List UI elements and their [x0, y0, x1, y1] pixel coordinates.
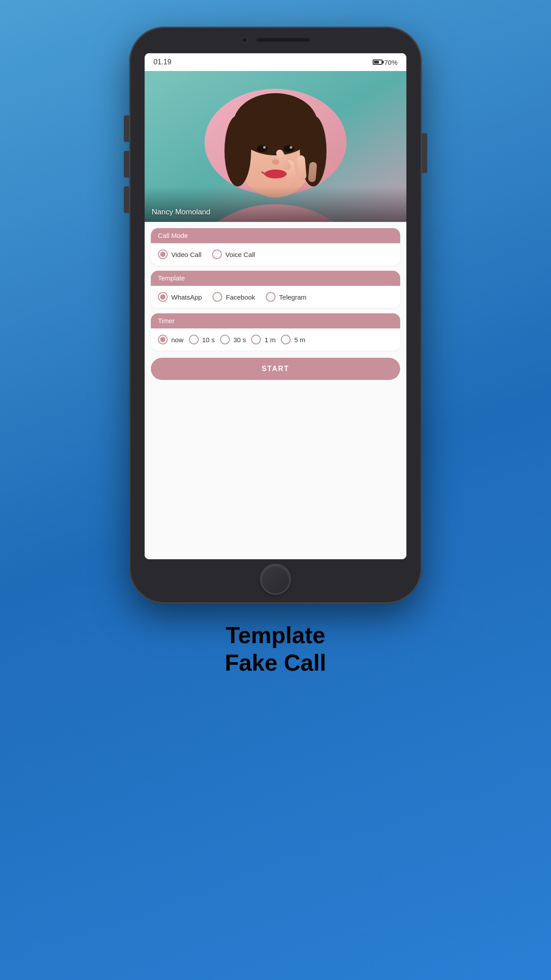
radio-5m-label: 5 m: [294, 336, 305, 344]
radio-30s[interactable]: 30 s: [220, 335, 246, 344]
radio-whatsapp-button[interactable]: [158, 292, 168, 302]
contact-name: Nancy Momoland: [152, 208, 210, 217]
radio-video-call-label: Video Call: [171, 251, 201, 258]
timer-section: Timer now 10 s: [151, 313, 400, 351]
home-button-area: [129, 559, 422, 599]
status-battery: 70%: [373, 59, 398, 66]
timer-label: Timer: [158, 317, 175, 324]
svg-point-7: [257, 145, 268, 152]
radio-facebook-label: Facebook: [226, 293, 255, 301]
template-section: Template WhatsApp Facebook: [151, 271, 400, 308]
call-mode-header: Call Mode: [151, 228, 400, 243]
radio-30s-label: 30 s: [233, 336, 246, 344]
radio-10s[interactable]: 10 s: [189, 335, 215, 344]
svg-point-5: [224, 115, 251, 186]
radio-telegram-label: Telegram: [279, 293, 307, 301]
radio-facebook[interactable]: Facebook: [213, 292, 255, 302]
radio-1m-label: 1 m: [264, 336, 276, 344]
call-mode-body: Video Call Voice Call: [151, 243, 400, 265]
radio-30s-button[interactable]: [220, 335, 230, 344]
svg-point-10: [290, 146, 292, 149]
call-mode-label: Call Mode: [158, 232, 188, 239]
radio-now-label: now: [171, 336, 184, 344]
radio-now[interactable]: now: [158, 335, 184, 344]
status-bar: 01.19 70%: [145, 53, 406, 71]
radio-1m[interactable]: 1 m: [251, 335, 276, 344]
contact-image-gradient: [145, 186, 406, 222]
radio-facebook-button[interactable]: [213, 292, 222, 302]
svg-point-8: [283, 145, 294, 152]
phone-shell: 01.19 70%: [129, 27, 422, 604]
phone-top: [129, 27, 422, 53]
home-button[interactable]: [260, 564, 291, 595]
phone-speaker: [256, 38, 310, 42]
svg-point-12: [264, 170, 287, 178]
timer-body: now 10 s 30 s 1 m: [151, 328, 400, 351]
radio-telegram[interactable]: Telegram: [266, 292, 307, 302]
start-button-label: START: [262, 365, 289, 372]
radio-voice-call-label: Voice Call: [225, 251, 255, 258]
radio-10s-label: 10 s: [202, 336, 215, 344]
timer-header: Timer: [151, 313, 400, 328]
contact-image: Nancy Momoland: [145, 71, 406, 222]
radio-telegram-button[interactable]: [266, 292, 276, 302]
svg-point-9: [263, 146, 266, 149]
radio-5m-button[interactable]: [281, 335, 291, 344]
radio-video-call-fill: [160, 252, 165, 257]
radio-video-call-button[interactable]: [158, 249, 168, 259]
caption-line2: Fake Call: [225, 649, 326, 676]
caption: Template Fake Call: [225, 621, 326, 677]
start-button[interactable]: START: [151, 358, 400, 380]
call-mode-section: Call Mode Video Call Voice Call: [151, 228, 400, 265]
radio-10s-button[interactable]: [189, 335, 199, 344]
template-header: Template: [151, 271, 400, 286]
phone-camera: [241, 37, 248, 43]
radio-video-call[interactable]: Video Call: [158, 249, 201, 259]
radio-whatsapp[interactable]: WhatsApp: [158, 292, 202, 302]
template-body: WhatsApp Facebook Telegram: [151, 286, 400, 308]
radio-voice-call-button[interactable]: [212, 249, 222, 259]
template-label: Template: [158, 274, 185, 282]
radio-now-fill: [160, 337, 165, 342]
radio-whatsapp-fill: [160, 294, 165, 300]
radio-1m-button[interactable]: [251, 335, 261, 344]
radio-5m[interactable]: 5 m: [281, 335, 305, 344]
radio-whatsapp-label: WhatsApp: [171, 293, 202, 301]
battery-fill: [374, 61, 379, 63]
svg-point-11: [272, 159, 279, 165]
app-content: Call Mode Video Call Voice Call: [145, 222, 406, 559]
radio-voice-call[interactable]: Voice Call: [212, 249, 255, 259]
phone-screen: 01.19 70%: [145, 53, 406, 559]
status-time: 01.19: [153, 58, 171, 66]
caption-line1: Template: [225, 621, 326, 649]
battery-icon: [373, 59, 382, 65]
radio-now-button[interactable]: [158, 335, 168, 344]
battery-percent: 70%: [384, 59, 398, 66]
